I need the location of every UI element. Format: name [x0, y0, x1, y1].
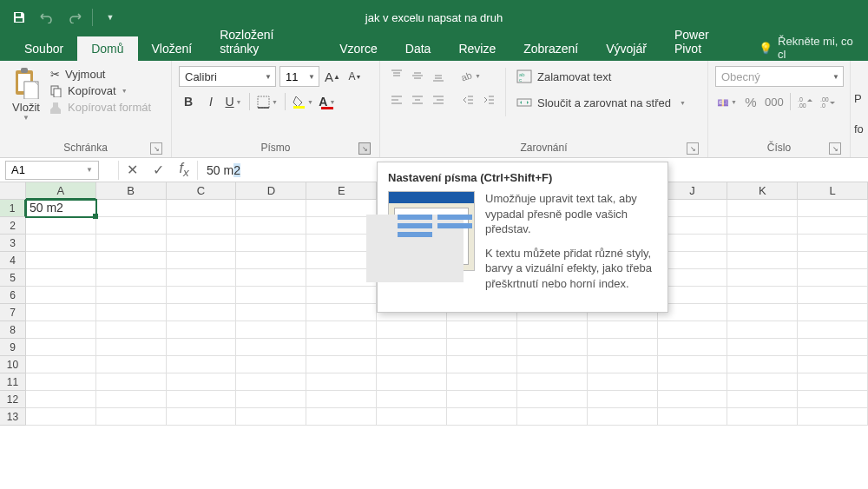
align-bottom-button[interactable] [429, 66, 448, 85]
name-box[interactable]: A1 ▼ [5, 161, 99, 180]
cell[interactable] [377, 339, 447, 356]
cell[interactable] [167, 217, 237, 235]
cell[interactable] [26, 339, 96, 356]
cell[interactable] [377, 356, 447, 373]
font-launcher-icon[interactable]: ↘ [358, 142, 371, 155]
underline-button[interactable]: U▼ [224, 92, 243, 111]
row-header[interactable]: 11 [0, 373, 26, 391]
cell[interactable] [658, 391, 728, 408]
cell[interactable] [167, 304, 237, 321]
bold-button[interactable]: B [179, 92, 198, 111]
tab-domu[interactable]: Domů [77, 36, 137, 61]
row-header[interactable]: 9 [0, 339, 26, 356]
row-header[interactable]: 10 [0, 356, 26, 373]
cell[interactable] [167, 235, 237, 252]
row-header[interactable]: 5 [0, 269, 26, 287]
cell[interactable] [727, 287, 798, 304]
cell[interactable] [306, 287, 377, 304]
cell[interactable] [798, 269, 868, 287]
cell[interactable] [798, 217, 868, 235]
cell[interactable] [727, 304, 798, 321]
cell[interactable] [727, 269, 798, 287]
cell[interactable] [377, 408, 447, 426]
cell[interactable] [727, 200, 798, 217]
cell[interactable] [26, 408, 96, 426]
cell[interactable] [96, 356, 167, 373]
fx-button[interactable]: fx [171, 161, 197, 180]
cell[interactable] [588, 356, 658, 373]
undo-icon[interactable] [35, 5, 59, 30]
alignment-launcher-icon[interactable]: ↘ [687, 142, 699, 155]
customize-qat-icon[interactable]: ▼ [98, 5, 122, 30]
cell[interactable] [798, 287, 868, 304]
cell[interactable] [306, 373, 377, 391]
col-header[interactable]: D [236, 182, 306, 200]
increase-indent-button[interactable] [479, 90, 498, 109]
wrap-text-button[interactable]: abc Zalamovat text [513, 66, 689, 87]
cell[interactable] [236, 252, 306, 269]
orientation-button[interactable]: ab▼ [458, 66, 482, 85]
cell[interactable] [26, 287, 96, 304]
cell[interactable] [306, 269, 377, 287]
cell[interactable] [727, 391, 798, 408]
font-name-select[interactable]: Calibri ▼ [179, 66, 276, 87]
cell[interactable] [588, 391, 658, 408]
cell[interactable]: 50 m2 [26, 200, 96, 217]
cell[interactable] [26, 391, 96, 408]
cell[interactable] [658, 373, 728, 391]
row-header[interactable]: 4 [0, 252, 26, 269]
row-header[interactable]: 1 [0, 200, 26, 217]
tab-zobrazeni[interactable]: Zobrazení [510, 36, 592, 61]
row-header[interactable]: 3 [0, 235, 26, 252]
font-size-select[interactable]: 11 ▼ [279, 66, 319, 87]
number-launcher-icon[interactable]: ↘ [829, 142, 841, 155]
cell[interactable] [236, 408, 306, 426]
cell[interactable] [658, 339, 728, 356]
cell[interactable] [306, 339, 377, 356]
cell[interactable] [658, 321, 728, 339]
cell[interactable] [658, 408, 728, 426]
format-painter-button[interactable]: Kopírovat formát [50, 101, 151, 114]
cell[interactable] [377, 391, 447, 408]
cancel-button[interactable]: ✕ [119, 161, 145, 180]
row-header[interactable]: 12 [0, 391, 26, 408]
cell[interactable] [727, 235, 798, 252]
save-icon[interactable] [7, 5, 31, 30]
cell[interactable] [588, 321, 658, 339]
cell[interactable] [96, 200, 167, 217]
grow-font-button[interactable]: A▲ [323, 67, 342, 86]
row-header[interactable]: 7 [0, 304, 26, 321]
cell[interactable] [236, 356, 306, 373]
cell[interactable] [588, 408, 658, 426]
cell[interactable] [167, 321, 237, 339]
cell[interactable] [447, 373, 517, 391]
cell[interactable] [167, 252, 237, 269]
cell[interactable] [26, 235, 96, 252]
cell[interactable] [798, 373, 868, 391]
cell[interactable] [798, 339, 868, 356]
accounting-format-button[interactable]: 💷▼ [715, 92, 738, 111]
cell[interactable] [798, 408, 868, 426]
tab-vzorce[interactable]: Vzorce [326, 36, 391, 61]
cell[interactable] [517, 356, 588, 373]
cell[interactable] [306, 408, 377, 426]
cell[interactable] [26, 217, 96, 235]
shrink-font-button[interactable]: A▼ [345, 67, 365, 86]
merge-center-button[interactable]: Sloučit a zarovnat na střed ▼ [513, 92, 689, 113]
cell[interactable] [236, 217, 306, 235]
cell[interactable] [517, 408, 588, 426]
select-all-corner[interactable] [0, 182, 26, 200]
cell[interactable] [798, 391, 868, 408]
cell[interactable] [236, 200, 306, 217]
tab-rozlozeni[interactable]: Rozložení stránky [206, 23, 326, 61]
cell[interactable] [798, 235, 868, 252]
cell[interactable] [26, 373, 96, 391]
cell[interactable] [306, 200, 377, 217]
cell[interactable] [96, 391, 167, 408]
cell[interactable] [447, 391, 517, 408]
tell-me-search[interactable]: 💡 Řekněte mi, co cl [750, 35, 868, 61]
cell[interactable] [96, 408, 167, 426]
row-header[interactable]: 6 [0, 287, 26, 304]
cell[interactable] [727, 356, 798, 373]
increase-decimal-button[interactable]: .0.00 [796, 92, 815, 111]
